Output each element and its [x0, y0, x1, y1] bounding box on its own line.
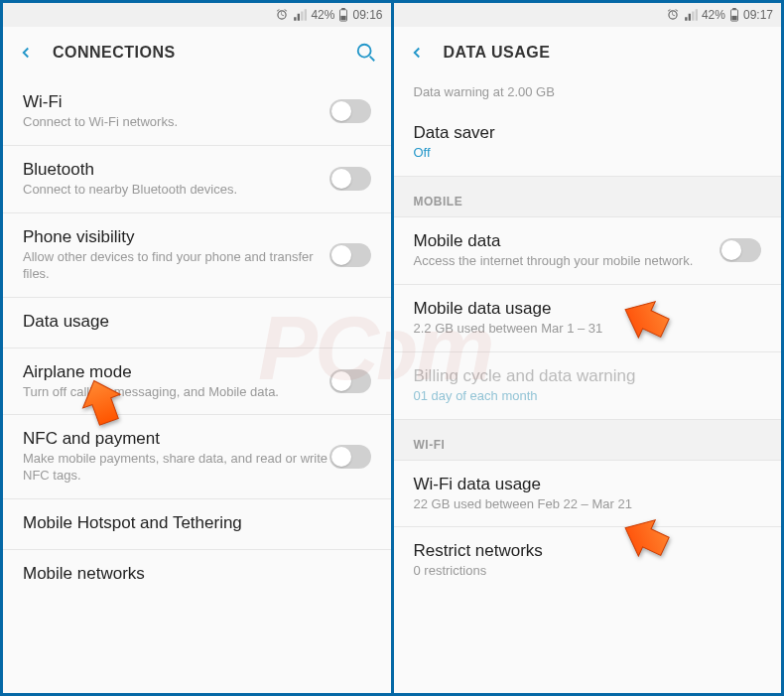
svg-rect-1	[342, 8, 346, 10]
battery-icon	[338, 8, 348, 22]
wifi-item[interactable]: Wi-Fi Connect to Wi-Fi networks.	[3, 78, 391, 146]
billing-title: Billing cycle and data warning	[414, 366, 762, 386]
airplane-sub: Turn off calling, messaging, and Mobile …	[23, 384, 329, 401]
wifi-usage-title: Wi-Fi data usage	[414, 475, 762, 494]
wifi-section-header: WI-FI	[394, 420, 782, 461]
wifi-sub: Connect to Wi-Fi networks.	[23, 114, 329, 131]
mobile-usage-sub: 2.2 GB used between Mar 1 – 31	[414, 321, 762, 338]
airplane-toggle[interactable]	[329, 369, 371, 393]
phone-visibility-toggle[interactable]	[329, 243, 371, 267]
time: 09:17	[743, 8, 773, 22]
back-icon[interactable]	[408, 44, 426, 62]
bluetooth-item[interactable]: Bluetooth Connect to nearby Bluetooth de…	[3, 146, 391, 213]
mobile-data-sub: Access the internet through your mobile …	[414, 253, 720, 270]
phone-visibility-title: Phone visibility	[23, 227, 329, 247]
signal-icon	[293, 8, 307, 22]
hotspot-item[interactable]: Mobile Hotspot and Tethering	[3, 499, 391, 550]
phone-visibility-item[interactable]: Phone visibility Allow other devices to …	[3, 213, 391, 298]
bluetooth-title: Bluetooth	[23, 160, 329, 180]
mobile-data-item[interactable]: Mobile data Access the internet through …	[394, 217, 782, 285]
bluetooth-sub: Connect to nearby Bluetooth devices.	[23, 182, 329, 199]
data-usage-title: Data usage	[23, 312, 371, 332]
svg-rect-5	[732, 8, 736, 10]
svg-point-3	[357, 45, 370, 58]
nfc-toggle[interactable]	[329, 445, 371, 469]
mobile-section-header: MOBILE	[394, 177, 782, 217]
billing-sub: 01 day of each month	[414, 388, 762, 405]
data-usage-panel: .com 42% 09:17 DATA USAGE Data warning a…	[394, 3, 782, 693]
header-title: CONNECTIONS	[53, 44, 355, 62]
back-icon[interactable]	[17, 44, 35, 62]
wifi-usage-sub: 22 GB used between Feb 22 – Mar 21	[414, 496, 762, 513]
mobile-data-toggle[interactable]	[719, 238, 761, 262]
battery-percent: 42%	[311, 8, 334, 22]
nfc-sub: Make mobile payments, share data, and re…	[23, 451, 329, 485]
airplane-title: Airplane mode	[23, 362, 329, 382]
data-saver-title: Data saver	[414, 123, 762, 143]
alarm-icon	[666, 8, 680, 22]
connections-panel: PCrisk 42% 09:16 CONNECTIONS Wi-Fi Conne…	[3, 3, 394, 693]
header: CONNECTIONS	[3, 27, 391, 78]
wifi-toggle[interactable]	[329, 99, 371, 123]
hotspot-title: Mobile Hotspot and Tethering	[23, 513, 371, 533]
nfc-item[interactable]: NFC and payment Make mobile payments, sh…	[3, 415, 391, 499]
battery-icon	[729, 8, 739, 22]
header: DATA USAGE	[394, 27, 782, 78]
status-bar: 42% 09:17	[394, 3, 782, 27]
mobile-networks-title: Mobile networks	[23, 564, 371, 584]
mobile-data-usage-item[interactable]: Mobile data usage 2.2 GB used between Ma…	[394, 285, 782, 352]
restrict-sub: 0 restrictions	[414, 563, 762, 580]
restrict-title: Restrict networks	[414, 541, 762, 561]
nfc-title: NFC and payment	[23, 429, 329, 449]
header-title: DATA USAGE	[444, 44, 768, 62]
status-bar: 42% 09:16	[3, 3, 391, 27]
restrict-networks-item[interactable]: Restrict networks 0 restrictions	[394, 527, 782, 594]
airplane-mode-item[interactable]: Airplane mode Turn off calling, messagin…	[3, 348, 391, 416]
svg-rect-6	[731, 16, 736, 20]
alarm-icon	[275, 8, 289, 22]
battery-percent: 42%	[702, 8, 725, 22]
search-icon[interactable]	[355, 42, 377, 64]
data-saver-item[interactable]: Data saver Off	[394, 109, 782, 177]
data-usage-item[interactable]: Data usage	[3, 298, 391, 348]
wifi-title: Wi-Fi	[23, 92, 329, 112]
data-saver-value: Off	[414, 145, 762, 162]
bluetooth-toggle[interactable]	[329, 167, 371, 191]
data-warning: Data warning at 2.00 GB	[394, 78, 782, 109]
time: 09:16	[352, 8, 382, 22]
phone-visibility-sub: Allow other devices to find your phone a…	[23, 249, 329, 283]
mobile-networks-item[interactable]: Mobile networks	[3, 550, 391, 600]
mobile-data-title: Mobile data	[414, 231, 720, 251]
svg-rect-2	[341, 16, 346, 20]
signal-icon	[684, 8, 698, 22]
billing-cycle-item[interactable]: Billing cycle and data warning 01 day of…	[394, 352, 782, 420]
mobile-usage-title: Mobile data usage	[414, 299, 762, 319]
wifi-data-usage-item[interactable]: Wi-Fi data usage 22 GB used between Feb …	[394, 461, 782, 528]
